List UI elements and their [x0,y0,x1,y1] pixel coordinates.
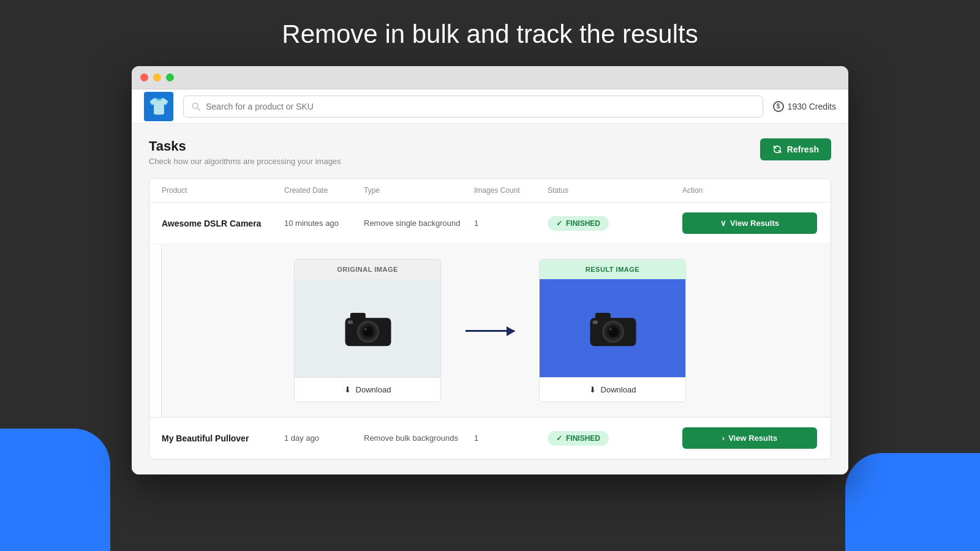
svg-point-16 [609,328,612,331]
col-header-product: Product [162,186,284,195]
status-label: FINISHED [566,434,600,443]
refresh-icon [772,144,782,154]
created-date: 10 minutes ago [284,219,364,228]
original-image-preview [295,279,441,377]
status-badge: ✓ FINISHED [548,431,609,446]
search-input[interactable] [206,102,755,111]
col-header-status: Status [548,186,682,195]
svg-rect-9 [348,321,353,324]
refresh-button[interactable]: Refresh [760,138,831,160]
result-image-label: RESULT IMAGE [540,260,685,279]
svg-point-8 [364,328,367,331]
download-original-label: Download [356,385,391,394]
arrow-area [466,330,514,332]
tasks-table: Product Created Date Type Images Count S… [149,178,831,460]
camera-original-svg [337,304,399,353]
action-cell: › View Results [682,427,818,449]
expanded-panel: ORIGINAL IMAGE [149,244,831,418]
table-row: My Beautiful Pullover 1 day ago Remove b… [149,418,831,459]
table-row: Awesome DSLR Camera 10 minutes ago Remov… [149,203,831,244]
status-cell: ✓ FINISHED [548,431,682,446]
maximize-button[interactable] [166,73,174,81]
check-icon: ✓ [556,219,562,228]
check-icon: ✓ [556,434,562,443]
result-image-preview [540,279,686,377]
svg-rect-11 [595,313,611,321]
created-date: 1 day ago [284,433,364,443]
product-name: Awesome DSLR Camera [162,219,284,228]
main-content: Tasks Check how our algorithms are proce… [132,124,848,474]
download-icon-result: ⬇ [589,385,596,394]
action-cell: ∨ View Results [682,212,818,234]
refresh-label: Refresh [787,144,819,154]
side-bar-indicator [149,244,162,417]
svg-rect-17 [593,321,598,324]
download-result-label: Download [601,385,636,394]
decorative-wave-right [845,453,980,551]
col-header-action: Action [682,186,818,195]
col-header-created-date: Created Date [284,186,364,195]
tasks-subtitle: Check how our algorithms are processing … [149,157,341,166]
view-results-label: View Results [730,219,779,228]
task-type: Remove single background [364,219,474,228]
svg-line-1 [197,108,200,110]
app-logo: 👕 [144,92,173,121]
view-results-label-2: View Results [728,433,777,443]
shirt-icon: 👕 [148,96,170,116]
download-result-button[interactable]: ⬇ Download [540,377,685,402]
credits-area: $ 1930 Credits [773,101,836,112]
tasks-title: Tasks [149,138,341,154]
col-header-type: Type [364,186,474,195]
minimize-button[interactable] [153,73,161,81]
status-badge: ✓ FINISHED [548,216,609,231]
result-image-card: RESULT IMAGE [539,259,686,402]
mac-titlebar [132,66,848,89]
chevron-down-icon: ∨ [720,219,726,228]
product-name: My Beautiful Pullover [162,433,284,443]
original-image-card: ORIGINAL IMAGE [294,259,441,402]
view-results-button-2[interactable]: › View Results [682,427,817,449]
images-count: 1 [474,433,548,443]
task-type: Remove bulk backgrounds [364,433,474,443]
download-icon: ⬇ [344,385,351,394]
arrow-right-icon [466,330,514,332]
original-image-label: ORIGINAL IMAGE [295,260,440,279]
search-bar[interactable] [183,96,763,118]
download-original-button[interactable]: ⬇ Download [295,377,440,402]
tasks-title-block: Tasks Check how our algorithms are proce… [149,138,341,166]
chevron-right-icon: › [722,433,725,443]
status-label: FINISHED [566,219,600,228]
col-header-images-count: Images Count [474,186,548,195]
svg-rect-3 [350,313,366,321]
status-cell: ✓ FINISHED [548,216,682,231]
page-title: Remove in bulk and track the results [0,0,980,66]
mac-window: 👕 $ 1930 Credits Tasks Check how our alg… [132,66,848,474]
close-button[interactable] [140,73,148,81]
images-count: 1 [474,219,548,228]
search-icon [191,102,201,111]
decorative-wave-left [0,429,110,551]
view-results-button[interactable]: ∨ View Results [682,212,817,234]
camera-result-svg [582,304,644,353]
table-header-row: Product Created Date Type Images Count S… [149,179,831,203]
credits-icon: $ [773,101,784,112]
app-header: 👕 $ 1930 Credits [132,89,848,124]
tasks-header: Tasks Check how our algorithms are proce… [149,138,831,166]
credits-label: 1930 Credits [788,102,836,111]
